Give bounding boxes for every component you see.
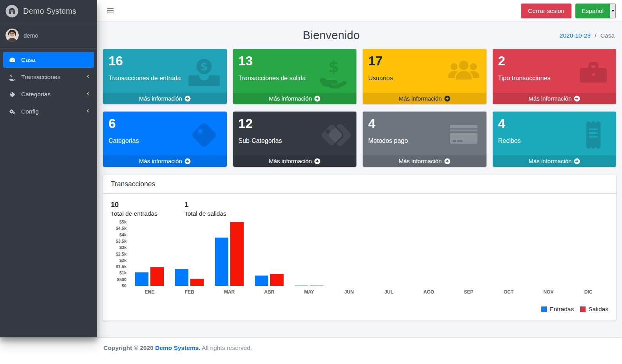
footer-brand-link[interactable]: Demo Systems. xyxy=(155,344,200,351)
info-box-value: 6 xyxy=(108,116,221,131)
chevron-left-icon: ‹ xyxy=(86,72,89,80)
chart-group-ene: ENE xyxy=(130,222,170,295)
more-info-link[interactable]: Más información xyxy=(363,155,486,167)
card-title: Transacciones xyxy=(103,175,616,194)
y-tick-label: $4.5k xyxy=(116,226,127,231)
more-info-link[interactable]: Más información xyxy=(493,155,617,167)
hand-holding-usd-icon: $ xyxy=(7,74,17,81)
user-panel: demo xyxy=(0,22,97,49)
info-box-inner: 16 Transacciones de entrada xyxy=(103,49,227,93)
chart-bars xyxy=(454,222,483,286)
legend-swatch xyxy=(541,306,547,312)
legend-item-entradas: Entradas xyxy=(541,306,574,313)
info-box-value: 2 xyxy=(498,54,611,68)
info-box-inner: 2 Tipo transacciones xyxy=(493,49,617,93)
sidebar-item-label: Config xyxy=(21,108,39,115)
info-box-inner: 13 Transacciones de salida xyxy=(233,49,357,93)
chart-group-oct: OCT xyxy=(488,222,528,295)
chart-group-dic: DIC xyxy=(568,222,608,295)
bar-salidas xyxy=(270,274,284,286)
more-info-link[interactable]: Más información xyxy=(493,93,617,104)
legend-label: Salidas xyxy=(588,306,608,313)
info-box-usuarios: 17 Usuarios Más información xyxy=(363,49,486,104)
info-box-inner: 4 Metodos pago xyxy=(363,112,486,155)
brand[interactable]: Demo Systems xyxy=(0,0,97,22)
footer-copyright: Copyright © 2020 xyxy=(103,344,154,351)
sidebar-item-label: Casa xyxy=(21,56,35,63)
hamburger-menu-icon[interactable] xyxy=(106,7,115,15)
stat-total-de-entradas: 10 Total de entradas xyxy=(111,201,184,217)
x-tick-label: ABR xyxy=(264,289,274,295)
chart-bars xyxy=(175,222,204,286)
footer-rights: All rights reserved. xyxy=(202,344,252,351)
chart-bars xyxy=(335,222,363,286)
breadcrumb-date-link[interactable]: 2020-10-23 xyxy=(560,32,591,39)
chevron-down-icon[interactable] xyxy=(610,4,616,18)
breadcrumb-current: Casa xyxy=(600,32,615,39)
sidebar-item-casa[interactable]: Casa xyxy=(3,52,94,68)
info-box-label: Transacciones de salida xyxy=(239,75,351,82)
info-box-inner: 17 Usuarios xyxy=(363,49,486,93)
sidebar: Demo Systems demo Casa $ Transacciones‹ … xyxy=(0,0,97,337)
main-area: Cerrar sesion Español Bienvenido 2020-10… xyxy=(97,0,622,364)
chart-group-feb: FEB xyxy=(170,222,210,295)
stat-value: 1 xyxy=(184,201,258,209)
stat-label: Total de salidas xyxy=(184,210,258,217)
x-tick-label: DIC xyxy=(584,289,593,295)
sidebar-item-transacciones[interactable]: $ Transacciones‹ xyxy=(3,69,94,85)
transactions-card: Transacciones 10 Total de entradas1 Tota… xyxy=(103,175,616,321)
chart-group-nov: NOV xyxy=(528,222,568,295)
more-info-link[interactable]: Más información xyxy=(103,93,227,104)
info-box-label: Tipo transacciones xyxy=(498,75,611,82)
y-tick-label: $1k xyxy=(119,270,127,275)
stat-value: 10 xyxy=(111,201,184,209)
more-info-link[interactable]: Más información xyxy=(103,155,227,167)
topbar-actions: Cerrar sesion Español xyxy=(521,4,616,18)
brand-text: Demo Systems xyxy=(23,7,76,16)
more-info-link[interactable]: Más información xyxy=(363,93,486,104)
arrow-circle-right-icon xyxy=(314,96,320,102)
chart-group-may: MAY xyxy=(289,222,329,295)
bar-entradas xyxy=(215,238,228,286)
stat-label: Total de entradas xyxy=(111,210,184,217)
info-box-transacciones-de-entrada: 16 Transacciones de entrada $ Más inform… xyxy=(103,49,227,104)
info-box-label: Transacciones de entrada xyxy=(108,75,221,82)
avatar xyxy=(5,29,19,42)
info-box-label: Sub-Categorias xyxy=(239,137,351,144)
chart-legend: Entradas Salidas xyxy=(111,306,608,313)
info-box-value: 4 xyxy=(368,116,481,131)
tag-icon xyxy=(7,91,17,98)
arrow-circle-right-icon xyxy=(184,96,191,102)
chart-group-mar: MAR xyxy=(210,222,250,295)
sidebar-item-categorias[interactable]: Categorias‹ xyxy=(3,86,94,102)
x-tick-label: OCT xyxy=(504,289,514,295)
stat-total-de-salidas: 1 Total de salidas xyxy=(184,201,258,217)
content-header: Bienvenido 2020-10-23 / Casa xyxy=(103,29,616,42)
arrow-circle-right-icon xyxy=(314,158,320,164)
language-select[interactable]: Español xyxy=(575,4,616,18)
chart-y-axis: $0$500$1k$1.5k$2k$2.5k$3k$3.5k$4k$4.5k$5… xyxy=(111,222,130,295)
info-box-value: 13 xyxy=(239,54,351,68)
bar-chart: $0$500$1k$1.5k$2k$2.5k$3k$3.5k$4k$4.5k$5… xyxy=(111,222,608,295)
more-info-link[interactable]: Más información xyxy=(233,93,357,104)
chart-group-ago: AGO xyxy=(409,222,449,295)
y-tick-label: $5k xyxy=(119,220,127,224)
info-box-tipo-transacciones: 2 Tipo transacciones Más información xyxy=(493,49,617,104)
language-label: Español xyxy=(575,4,610,18)
info-box-label: Recibos xyxy=(498,137,611,144)
sidebar-item-label: Transacciones xyxy=(21,74,60,81)
bar-entradas xyxy=(175,269,188,286)
content: Bienvenido 2020-10-23 / Casa 16 Transacc… xyxy=(97,22,622,337)
chart-bars xyxy=(295,222,324,286)
sidebar-item-config[interactable]: Config‹ xyxy=(3,104,94,119)
bar-entradas xyxy=(295,285,308,286)
sidebar-nav: Casa $ Transacciones‹ Categorias‹ Config… xyxy=(0,49,97,123)
logout-button[interactable]: Cerrar sesion xyxy=(521,4,571,18)
arrow-circle-right-icon xyxy=(444,158,450,164)
info-box-sub-categorias: 12 Sub-Categorias Más información xyxy=(233,112,357,167)
chevron-left-icon: ‹ xyxy=(86,107,89,114)
arrow-circle-right-icon xyxy=(574,158,580,164)
x-tick-label: NOV xyxy=(543,289,553,295)
chart-bars xyxy=(374,222,403,286)
more-info-link[interactable]: Más información xyxy=(233,155,357,167)
